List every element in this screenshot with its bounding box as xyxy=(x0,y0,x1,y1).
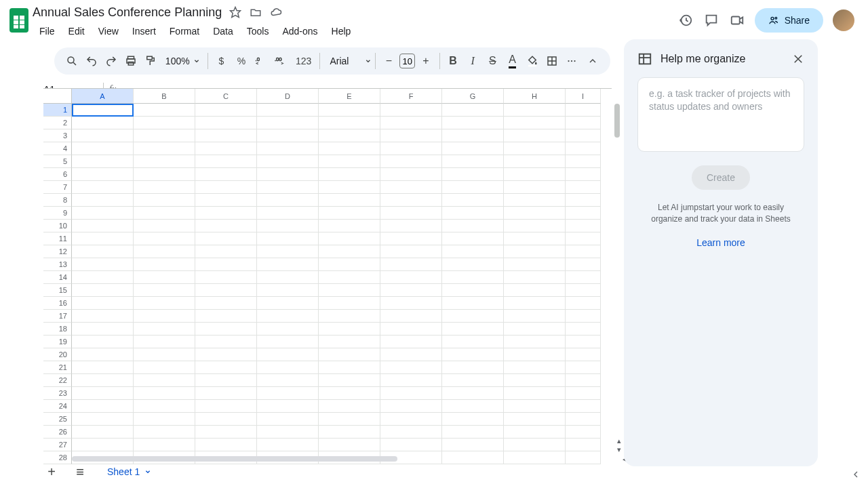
cell[interactable] xyxy=(134,413,195,426)
cell[interactable] xyxy=(134,323,195,336)
cell[interactable] xyxy=(134,155,195,168)
cell[interactable] xyxy=(442,181,504,194)
zoom-select[interactable]: 100% xyxy=(161,56,203,66)
cell[interactable] xyxy=(195,336,257,348)
row-header[interactable]: 1 xyxy=(43,104,72,117)
cell[interactable] xyxy=(319,387,380,400)
cell[interactable] xyxy=(195,168,257,181)
cell[interactable] xyxy=(134,232,195,245)
cell[interactable] xyxy=(72,310,134,323)
row-header[interactable]: 13 xyxy=(43,258,72,271)
cell[interactable] xyxy=(319,374,380,387)
cell[interactable] xyxy=(442,104,504,117)
cell[interactable] xyxy=(442,387,504,400)
cell[interactable] xyxy=(319,168,380,181)
cell[interactable] xyxy=(72,387,134,400)
cell[interactable] xyxy=(566,361,601,374)
cell[interactable] xyxy=(134,129,195,142)
cell[interactable] xyxy=(72,361,134,374)
cell[interactable] xyxy=(134,387,195,400)
cell[interactable] xyxy=(380,439,442,451)
cell[interactable] xyxy=(257,194,319,207)
cell[interactable] xyxy=(380,387,442,400)
cell[interactable] xyxy=(442,258,504,271)
cell[interactable] xyxy=(442,361,504,374)
row-header[interactable]: 19 xyxy=(43,336,72,348)
cell[interactable] xyxy=(504,220,566,232)
cell[interactable] xyxy=(566,310,601,323)
cell[interactable] xyxy=(72,439,134,451)
row-header[interactable]: 4 xyxy=(43,142,72,155)
cell[interactable] xyxy=(442,232,504,245)
cell[interactable] xyxy=(504,181,566,194)
cell[interactable] xyxy=(72,117,134,129)
cell[interactable] xyxy=(134,297,195,310)
cell[interactable] xyxy=(72,232,134,245)
cell[interactable] xyxy=(72,271,134,284)
cell[interactable] xyxy=(504,258,566,271)
menu-file[interactable]: File xyxy=(33,23,62,42)
increase-decimal-icon[interactable]: .00 xyxy=(272,52,290,70)
cell[interactable] xyxy=(319,258,380,271)
cell[interactable] xyxy=(195,104,257,117)
cell[interactable] xyxy=(442,155,504,168)
cell[interactable] xyxy=(442,310,504,323)
col-header[interactable]: E xyxy=(319,89,380,104)
cell[interactable] xyxy=(504,310,566,323)
cell[interactable] xyxy=(504,439,566,451)
cell[interactable] xyxy=(319,297,380,310)
cell[interactable] xyxy=(134,194,195,207)
col-header[interactable]: F xyxy=(380,89,442,104)
cell[interactable] xyxy=(319,284,380,297)
cell[interactable] xyxy=(380,361,442,374)
cell[interactable] xyxy=(504,348,566,361)
chevron-down-icon[interactable] xyxy=(366,58,371,64)
cell[interactable] xyxy=(195,310,257,323)
share-button[interactable]: Share xyxy=(755,8,823,33)
cell[interactable] xyxy=(257,413,319,426)
cell[interactable] xyxy=(72,400,134,413)
cell[interactable] xyxy=(566,168,601,181)
cell[interactable] xyxy=(72,413,134,426)
cell[interactable] xyxy=(380,426,442,439)
cell[interactable] xyxy=(442,400,504,413)
cell[interactable] xyxy=(195,426,257,439)
cell[interactable] xyxy=(319,361,380,374)
cell[interactable] xyxy=(257,297,319,310)
cell[interactable] xyxy=(442,117,504,129)
cell[interactable] xyxy=(257,168,319,181)
cell[interactable] xyxy=(380,194,442,207)
undo-icon[interactable] xyxy=(82,52,100,70)
cell[interactable] xyxy=(442,271,504,284)
cell[interactable] xyxy=(257,271,319,284)
cell[interactable] xyxy=(319,232,380,245)
add-sheet-icon[interactable]: + xyxy=(43,464,60,480)
cell[interactable] xyxy=(504,336,566,348)
menu-addons[interactable]: Add-ons xyxy=(275,23,324,42)
cell[interactable] xyxy=(319,207,380,220)
cell[interactable] xyxy=(504,207,566,220)
cell[interactable] xyxy=(195,271,257,284)
currency-icon[interactable]: $ xyxy=(212,52,231,70)
cell[interactable] xyxy=(72,155,134,168)
cell[interactable] xyxy=(195,181,257,194)
cell[interactable] xyxy=(504,400,566,413)
cell[interactable] xyxy=(504,117,566,129)
cell[interactable] xyxy=(504,245,566,258)
cell[interactable] xyxy=(504,104,566,117)
increase-font-icon[interactable]: + xyxy=(416,52,435,70)
cell[interactable] xyxy=(380,271,442,284)
cell[interactable] xyxy=(72,181,134,194)
cell[interactable] xyxy=(134,181,195,194)
cell[interactable] xyxy=(319,155,380,168)
cell[interactable] xyxy=(380,168,442,181)
cell[interactable] xyxy=(504,323,566,336)
cell[interactable] xyxy=(72,245,134,258)
cell[interactable] xyxy=(566,142,601,155)
print-icon[interactable] xyxy=(122,52,140,70)
cell[interactable] xyxy=(442,207,504,220)
cell[interactable] xyxy=(134,117,195,129)
decrease-decimal-icon[interactable]: .0 xyxy=(252,52,271,70)
cell[interactable] xyxy=(195,245,257,258)
cell[interactable] xyxy=(566,258,601,271)
